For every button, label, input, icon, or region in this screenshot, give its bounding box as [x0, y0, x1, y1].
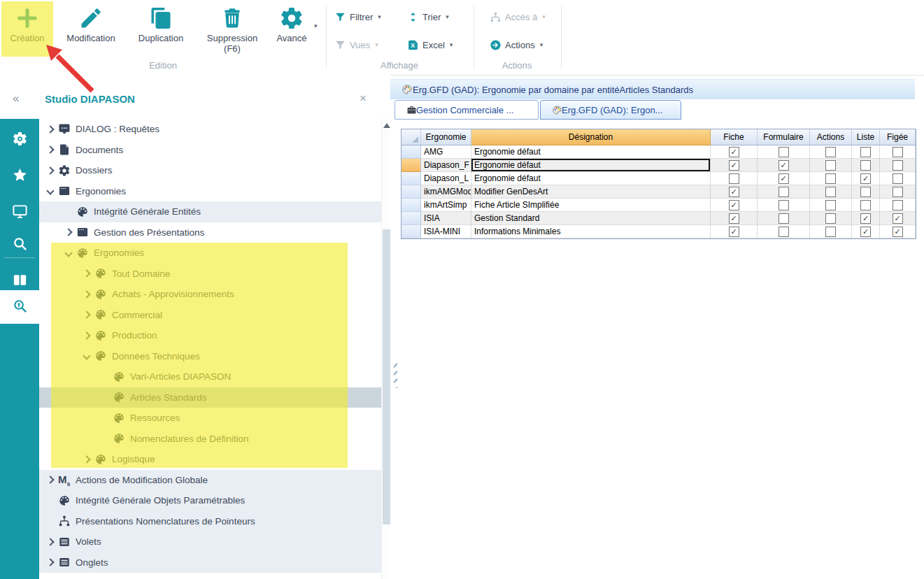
actions-cell[interactable] [810, 172, 852, 185]
checkbox-unchecked-icon[interactable] [825, 160, 836, 171]
designation-cell[interactable]: Gestion Standard [471, 212, 711, 225]
designation-cell[interactable]: Ergonomie défaut [471, 145, 711, 159]
tree-item-dialog-requ-tes[interactable]: DIALOG : Requêtes [39, 119, 381, 140]
designation-cell[interactable]: Modifier GenDesArt [471, 185, 711, 199]
cr-ation-button[interactable]: Création [4, 3, 50, 57]
fiche-cell[interactable] [711, 172, 758, 185]
figee-cell[interactable] [880, 199, 916, 212]
chevron-right-icon[interactable] [43, 168, 58, 173]
figee-cell[interactable] [880, 145, 916, 159]
chevron-right-icon[interactable] [43, 539, 58, 545]
chevron-right-icon[interactable] [79, 457, 94, 462]
chevron-right-icon[interactable] [61, 229, 76, 235]
chevron-right-icon[interactable] [79, 312, 94, 317]
duplication-button[interactable]: Duplication [129, 3, 193, 57]
checkbox-unchecked-icon[interactable] [779, 227, 789, 237]
checkbox-checked-icon[interactable]: ✓ [893, 213, 903, 224]
tree-item-int-grit-g-n-rale-objets-param-trables[interactable]: Intégrité Générale Objets Paramétrables [39, 490, 381, 511]
checkbox-unchecked-icon[interactable] [779, 213, 789, 224]
checkbox-unchecked-icon[interactable] [825, 147, 836, 157]
figee-cell[interactable]: ✓ [880, 225, 916, 238]
checkbox-unchecked-icon[interactable] [779, 187, 789, 197]
dropdown-arrow-icon[interactable]: ▾ [450, 41, 453, 48]
rail-item-monitor[interactable] [0, 196, 39, 229]
checkbox-checked-icon[interactable]: ✓ [729, 227, 739, 237]
tree-item-ressources[interactable]: Ressources [39, 408, 381, 429]
fiche-cell[interactable]: ✓ [711, 159, 758, 172]
actions-cell[interactable] [810, 185, 852, 199]
checkbox-checked-icon[interactable]: ✓ [729, 187, 739, 197]
actions-cell[interactable] [810, 199, 852, 212]
table-row-diapason_f[interactable]: Diapason_FErgonomie défaut✓✓ [401, 159, 916, 172]
tree-item-vari-articles-diapason[interactable]: Vari-Articles DIAPASON [39, 366, 381, 387]
tree-item-nomenclatures-de-d-finition[interactable]: Nomenclatures de Définition [39, 429, 381, 450]
checkbox-unchecked-icon[interactable] [825, 200, 836, 210]
ergonomie-cell[interactable]: ikmAMGModArt [421, 185, 471, 199]
row-selector[interactable] [401, 185, 421, 199]
tree-item-donn-es-techniques[interactable]: Données Techniques [39, 346, 381, 367]
figee-cell[interactable] [880, 159, 916, 172]
liste-cell[interactable]: ✓ [852, 225, 880, 238]
chevron-down-icon[interactable] [61, 250, 76, 256]
panel-splitter[interactable] [390, 99, 401, 579]
tab-gestion-commerciale-[interactable]: Gestion Commerciale ... [395, 100, 539, 120]
formulaire-cell[interactable] [758, 185, 810, 199]
rail-item-search-location[interactable] [0, 290, 39, 324]
chevron-right-icon[interactable] [79, 271, 94, 276]
rail-item-search[interactable] [0, 228, 39, 262]
checkbox-checked-icon[interactable]: ✓ [729, 213, 739, 224]
modification-button[interactable]: Modification [59, 3, 123, 57]
dropdown-arrow-icon[interactable]: ▾ [375, 41, 378, 48]
ergonomie-cell[interactable]: ISIA [421, 212, 471, 225]
liste-cell[interactable] [852, 199, 880, 212]
column-header-formulaire[interactable]: Formulaire [758, 129, 810, 145]
liste-cell[interactable]: ✓ [852, 212, 880, 225]
grid-corner-cell[interactable] [401, 129, 421, 145]
chevron-down-icon[interactable] [79, 353, 94, 359]
checkbox-unchecked-icon[interactable] [893, 160, 903, 171]
ergonomie-cell[interactable]: Diapason_F [421, 159, 471, 172]
rail-item-star[interactable] [0, 159, 39, 193]
formulaire-cell[interactable] [758, 199, 810, 212]
tree-item-tout-domaine[interactable]: Tout Domaine [39, 264, 381, 285]
close-icon[interactable]: × [360, 92, 367, 106]
fiche-cell[interactable]: ✓ [711, 185, 758, 199]
checkbox-checked-icon[interactable]: ✓ [893, 227, 903, 237]
formulaire-cell[interactable] [758, 225, 810, 238]
checkbox-unchecked-icon[interactable] [893, 147, 903, 157]
actions-cell[interactable] [810, 145, 852, 159]
tree-item-achats-approvisionnements[interactable]: Achats - Approvisionnements [39, 284, 381, 305]
tree-item-articles-standards[interactable]: Articles Standards [39, 387, 381, 408]
checkbox-checked-icon[interactable]: ✓ [860, 173, 871, 184]
checkbox-unchecked-icon[interactable] [893, 200, 903, 210]
formulaire-cell[interactable] [758, 212, 810, 225]
row-selector[interactable] [401, 212, 421, 225]
tree-item-actions-de-modification-globale[interactable]: MsActions de Modification Globale [39, 470, 381, 491]
checkbox-unchecked-icon[interactable] [825, 227, 836, 237]
table-row-ikmartsimp[interactable]: ikmArtSimpFiche Article SImplifiée✓ [401, 199, 916, 212]
row-selector[interactable] [401, 159, 421, 172]
fiche-cell[interactable]: ✓ [711, 225, 758, 238]
tab-erg-gfd-gad-ergon-[interactable]: Erg.GFD (GAD): Ergon... [540, 100, 681, 120]
column-header-actions[interactable]: Actions [810, 129, 852, 145]
designation-cell[interactable]: Fiche Article SImplifiée [471, 199, 711, 212]
tree-item-logistique[interactable]: Logistique [39, 449, 381, 470]
checkbox-unchecked-icon[interactable] [825, 213, 836, 224]
actions-cell[interactable] [810, 212, 852, 225]
tree-item-volets[interactable]: Volets [39, 531, 381, 552]
actions-cell[interactable] [810, 225, 852, 238]
designation-cell[interactable]: Informations Minimales [471, 225, 711, 238]
avanc--button[interactable]: Avancé [271, 3, 312, 57]
designation-cell[interactable]: Ergonomie défaut [471, 172, 711, 185]
checkbox-unchecked-icon[interactable] [860, 160, 871, 171]
tree-item-documents[interactable]: Documents [39, 140, 381, 161]
actions-cell[interactable] [810, 159, 852, 172]
checkbox-checked-icon[interactable]: ✓ [729, 160, 739, 171]
chevron-right-icon[interactable] [43, 147, 58, 152]
avance-dropdown-arrow[interactable]: ▾ [314, 22, 318, 29]
checkbox-checked-icon[interactable]: ✓ [779, 173, 789, 184]
trier-button[interactable]: Trier▾ [407, 8, 449, 25]
checkbox-checked-icon[interactable]: ✓ [729, 147, 739, 157]
tree-item-dossiers[interactable]: Dossiers [39, 160, 381, 181]
dropdown-arrow-icon[interactable]: ▾ [446, 13, 449, 20]
